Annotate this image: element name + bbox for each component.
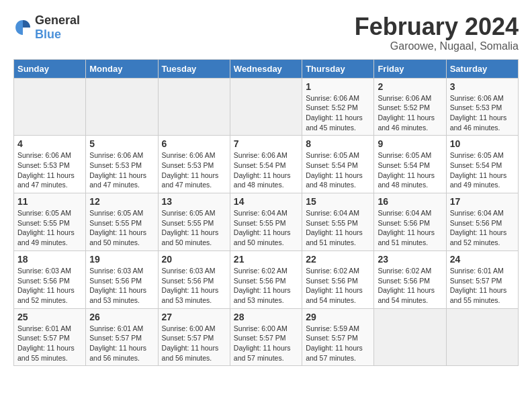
day-info: Sunrise: 6:06 AM Sunset: 5:52 PM Dayligh… [306,93,370,133]
day-number: 19 [89,254,154,265]
day-info: Sunrise: 6:04 AM Sunset: 5:56 PM Dayligh… [450,208,515,248]
calendar-cell [230,78,302,136]
calendar-cell: 27Sunrise: 6:00 AM Sunset: 5:57 PM Dayli… [158,308,230,366]
day-number: 22 [306,254,370,265]
calendar-cell: 19Sunrise: 6:03 AM Sunset: 5:56 PM Dayli… [86,250,158,308]
day-number: 20 [162,254,226,265]
calendar-cell [86,78,158,136]
title-block: February 2024 Garoowe, Nugaal, Somalia [355,13,519,52]
day-number: 17 [450,196,515,207]
day-info: Sunrise: 6:01 AM Sunset: 5:57 PM Dayligh… [89,324,154,363]
day-number: 18 [17,254,82,265]
calendar-cell: 2Sunrise: 6:06 AM Sunset: 5:52 PM Daylig… [374,78,446,136]
column-header-sunday: Sunday [14,59,86,78]
day-info: Sunrise: 6:06 AM Sunset: 5:54 PM Dayligh… [234,150,298,190]
calendar-week-row: 4Sunrise: 6:06 AM Sunset: 5:53 PM Daylig… [14,136,519,193]
calendar-cell: 5Sunrise: 6:06 AM Sunset: 5:53 PM Daylig… [86,136,158,193]
day-info: Sunrise: 6:03 AM Sunset: 5:56 PM Dayligh… [89,266,154,306]
calendar-cell: 9Sunrise: 6:05 AM Sunset: 5:54 PM Daylig… [374,136,446,193]
day-number: 10 [450,138,515,149]
day-info: Sunrise: 6:00 AM Sunset: 5:57 PM Dayligh… [234,324,298,363]
day-number: 11 [17,196,82,207]
day-number: 21 [234,254,298,265]
day-info: Sunrise: 5:59 AM Sunset: 5:57 PM Dayligh… [306,324,370,363]
day-number: 27 [162,312,226,322]
calendar-cell: 26Sunrise: 6:01 AM Sunset: 5:57 PM Dayli… [86,308,158,366]
calendar-cell: 17Sunrise: 6:04 AM Sunset: 5:56 PM Dayli… [446,193,518,251]
day-info: Sunrise: 6:05 AM Sunset: 5:55 PM Dayligh… [89,208,154,248]
day-info: Sunrise: 6:02 AM Sunset: 5:56 PM Dayligh… [306,266,370,306]
logo-text: General Blue [35,13,80,42]
column-header-friday: Friday [374,59,446,78]
subtitle: Garoowe, Nugaal, Somalia [355,40,519,52]
day-info: Sunrise: 6:00 AM Sunset: 5:57 PM Dayligh… [162,324,226,363]
calendar-cell [374,308,446,366]
calendar-week-row: 18Sunrise: 6:03 AM Sunset: 5:56 PM Dayli… [14,250,519,308]
calendar-cell: 22Sunrise: 6:02 AM Sunset: 5:56 PM Dayli… [302,250,374,308]
calendar-cell: 1Sunrise: 6:06 AM Sunset: 5:52 PM Daylig… [302,78,374,136]
calendar-cell: 3Sunrise: 6:06 AM Sunset: 5:53 PM Daylig… [446,78,518,136]
day-info: Sunrise: 6:05 AM Sunset: 5:55 PM Dayligh… [17,208,82,248]
day-number: 13 [162,196,226,207]
day-info: Sunrise: 6:01 AM Sunset: 5:57 PM Dayligh… [17,324,82,363]
day-number: 4 [17,138,82,149]
calendar-cell [446,308,518,366]
day-info: Sunrise: 6:02 AM Sunset: 5:56 PM Dayligh… [378,266,442,306]
day-number: 9 [378,138,442,149]
day-number: 6 [162,138,226,149]
day-number: 26 [89,312,154,322]
day-number: 23 [378,254,442,265]
calendar-cell: 16Sunrise: 6:04 AM Sunset: 5:56 PM Dayli… [374,193,446,251]
calendar-cell: 29Sunrise: 5:59 AM Sunset: 5:57 PM Dayli… [302,308,374,366]
calendar-cell: 11Sunrise: 6:05 AM Sunset: 5:55 PM Dayli… [14,193,86,251]
day-info: Sunrise: 6:02 AM Sunset: 5:56 PM Dayligh… [234,266,298,306]
calendar-cell: 25Sunrise: 6:01 AM Sunset: 5:57 PM Dayli… [14,308,86,366]
day-number: 24 [450,254,515,265]
day-number: 1 [306,81,370,92]
column-header-wednesday: Wednesday [230,59,302,78]
day-number: 14 [234,196,298,207]
day-info: Sunrise: 6:06 AM Sunset: 5:53 PM Dayligh… [162,150,226,190]
day-info: Sunrise: 6:03 AM Sunset: 5:56 PM Dayligh… [162,266,226,306]
column-header-monday: Monday [86,59,158,78]
calendar-cell: 7Sunrise: 6:06 AM Sunset: 5:54 PM Daylig… [230,136,302,193]
day-number: 28 [234,312,298,322]
calendar-cell: 14Sunrise: 6:04 AM Sunset: 5:55 PM Dayli… [230,193,302,251]
day-info: Sunrise: 6:05 AM Sunset: 5:54 PM Dayligh… [306,150,370,190]
calendar-cell: 24Sunrise: 6:01 AM Sunset: 5:57 PM Dayli… [446,250,518,308]
column-header-saturday: Saturday [446,59,518,78]
day-info: Sunrise: 6:04 AM Sunset: 5:55 PM Dayligh… [306,208,370,248]
day-number: 29 [306,312,370,322]
calendar-week-row: 25Sunrise: 6:01 AM Sunset: 5:57 PM Dayli… [14,308,519,366]
column-header-tuesday: Tuesday [158,59,230,78]
day-number: 3 [450,81,515,92]
calendar-cell: 18Sunrise: 6:03 AM Sunset: 5:56 PM Dayli… [14,250,86,308]
calendar-cell: 12Sunrise: 6:05 AM Sunset: 5:55 PM Dayli… [86,193,158,251]
day-info: Sunrise: 6:06 AM Sunset: 5:53 PM Dayligh… [450,93,515,133]
day-number: 8 [306,138,370,149]
day-info: Sunrise: 6:05 AM Sunset: 5:54 PM Dayligh… [450,150,515,190]
day-info: Sunrise: 6:03 AM Sunset: 5:56 PM Dayligh… [17,266,82,306]
calendar-cell: 23Sunrise: 6:02 AM Sunset: 5:56 PM Dayli… [374,250,446,308]
day-info: Sunrise: 6:06 AM Sunset: 5:53 PM Dayligh… [89,150,154,190]
day-number: 5 [89,138,154,149]
calendar-cell: 20Sunrise: 6:03 AM Sunset: 5:56 PM Dayli… [158,250,230,308]
calendar-cell: 4Sunrise: 6:06 AM Sunset: 5:53 PM Daylig… [14,136,86,193]
main-title: February 2024 [355,13,519,40]
day-info: Sunrise: 6:06 AM Sunset: 5:53 PM Dayligh… [17,150,82,190]
calendar-cell: 13Sunrise: 6:05 AM Sunset: 5:55 PM Dayli… [158,193,230,251]
calendar-week-row: 11Sunrise: 6:05 AM Sunset: 5:55 PM Dayli… [14,193,519,251]
day-number: 2 [378,81,442,92]
calendar-cell [158,78,230,136]
day-info: Sunrise: 6:06 AM Sunset: 5:52 PM Dayligh… [378,93,442,133]
page-header: General Blue February 2024 Garoowe, Nuga… [13,13,519,52]
calendar-cell: 21Sunrise: 6:02 AM Sunset: 5:56 PM Dayli… [230,250,302,308]
calendar-cell: 28Sunrise: 6:00 AM Sunset: 5:57 PM Dayli… [230,308,302,366]
day-number: 12 [89,196,154,207]
calendar-cell: 15Sunrise: 6:04 AM Sunset: 5:55 PM Dayli… [302,193,374,251]
day-info: Sunrise: 6:05 AM Sunset: 5:54 PM Dayligh… [378,150,442,190]
calendar-table: SundayMondayTuesdayWednesdayThursdayFrid… [13,59,519,367]
day-number: 25 [17,312,82,322]
day-number: 7 [234,138,298,149]
day-info: Sunrise: 6:04 AM Sunset: 5:56 PM Dayligh… [378,208,442,248]
